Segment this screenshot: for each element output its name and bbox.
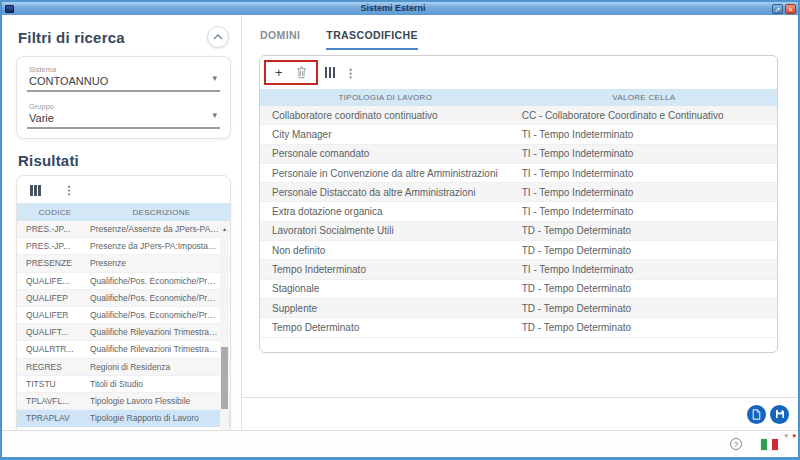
cell-tipologia: Personale Distaccato da altre Amministra… [260,187,511,198]
table-row[interactable]: Extra dotazione organicaTI - Tempo Indet… [260,202,777,221]
close-window-button[interactable]: × [785,4,796,14]
table-row-selected[interactable]: TPRAPLAVTipologie Rapporto di Lavoro [17,410,230,427]
required-asterisk: * [792,432,796,442]
table-row[interactable]: REGRESRegioni di Residenza [17,359,230,376]
cell-codice: QUALIFE... [17,276,85,286]
cell-descrizione: Titoli di Studio [85,379,230,389]
caret-down-icon: ▾ [212,110,217,120]
cell-codice: QUALIFT... [17,327,85,337]
window-footer: ? ▾ * [2,430,798,457]
table-row[interactable]: PRES.-JP...Presenze/Assenze da JPers-PA:… [17,221,230,238]
save-button[interactable] [770,405,789,424]
table-row[interactable]: Personale comandatoTI - Tempo Indetermin… [260,145,777,164]
tab-trascodifiche[interactable]: TRASCODIFICHE [326,29,418,50]
cell-valore: TI - Tempo Indeterminato [511,187,777,198]
main-table-header: TIPOLOGIA DI LAVORO VALORE CELLA [260,89,777,106]
column-header-valore[interactable]: VALORE CELLA [511,93,777,102]
table-row[interactable]: Personale in Convenzione da altre Ammini… [260,164,777,183]
cell-tipologia: Personale comandato [260,148,511,159]
results-table-header: CODICE DESCRIZIONE [17,203,230,221]
cell-valore: TI - Tempo Indeterminato [511,264,777,275]
more-options-icon[interactable]: ⋮ [64,184,75,196]
save-icon [775,409,785,419]
scroll-up-icon[interactable]: ▲ [222,225,227,233]
main-toolbar: + ⋮ [260,56,777,89]
table-row[interactable]: QUALRTR...Qualifiche Rilevazioni Trimest… [17,341,230,358]
filter-card: Sistema CONTOANNUO ▾ Gruppo Varie ▾ [16,56,231,139]
cell-tipologia: Non definito [260,245,511,256]
cell-valore: CC - Collaboratore Coordinato e Continua… [511,110,777,121]
cell-descrizione: Qualifiche Rilevazioni Trimestrali per E… [85,327,230,337]
cell-codice: PRES.-JP... [17,241,85,251]
restore-window-button[interactable]: ↗ [772,4,783,14]
gruppo-select[interactable]: Gruppo Varie ▾ [27,101,220,129]
cell-tipologia: Personale in Convenzione da altre Ammini… [260,168,511,179]
columns-icon[interactable] [30,185,41,196]
table-row[interactable]: Tempo IndeterminatoTI - Tempo Indetermin… [260,260,777,279]
help-icon[interactable]: ? [730,438,742,450]
table-row[interactable]: Personale Distaccato da altre Amministra… [260,183,777,202]
cell-descrizione: Qualifiche Rilevazioni Trimestrali per E… [85,344,230,354]
cell-valore: TD - Tempo Determinato [511,283,777,294]
cell-tipologia: Tempo Determinato [260,322,511,333]
table-row[interactable]: City ManagerTI - Tempo Indeterminato [260,125,777,144]
cell-codice: QUALIFEP [17,293,85,303]
results-scrollbar[interactable]: ▲ ▼ [220,225,229,437]
table-row[interactable]: TITSTUTitoli di Studio [17,376,230,393]
cell-tipologia: Extra dotazione organica [260,206,511,217]
annotation-highlight-box: + [264,60,318,85]
column-header-codice[interactable]: CODICE [17,208,93,217]
cell-descrizione: Qualifiche/Pos. Economiche/Profilo p... [85,293,230,303]
cell-descrizione: Regioni di Residenza [85,362,230,372]
column-header-tipologia[interactable]: TIPOLOGIA DI LAVORO [260,93,511,102]
delete-row-icon[interactable] [296,66,307,79]
table-row[interactable]: QUALIFT...Qualifiche Rilevazioni Trimest… [17,324,230,341]
table-row[interactable]: Lavoratori Socialmente UtiliTD - Tempo D… [260,222,777,241]
language-selector[interactable]: ▾ [761,439,778,450]
cell-descrizione: Presenze/Assenze da JPers-PA: Dovut... [85,224,230,234]
export-document-button[interactable] [747,405,766,424]
gruppo-label: Gruppo [29,102,218,111]
cell-valore: TI - Tempo Indeterminato [511,168,777,179]
collapse-filters-button[interactable] [207,26,229,48]
cell-descrizione: Tipologie Rapporto di Lavoro [85,413,230,423]
table-row[interactable]: QUALIFE...Qualifiche/Pos. Economiche/Pro… [17,273,230,290]
cell-codice: TPLAVFL... [17,396,85,406]
columns-icon[interactable] [325,67,336,78]
chevron-up-icon [213,34,223,40]
scrollbar-thumb[interactable] [221,347,228,410]
cell-tipologia: Stagionale [260,283,511,294]
more-options-icon[interactable]: ⋮ [345,67,356,79]
scrollbar-track[interactable] [220,233,229,429]
table-row[interactable]: Tempo DeterminatoTD - Tempo Determinato [260,318,777,337]
tab-domini[interactable]: DOMINI [260,29,300,50]
titlebar: Sistemi Esterni ↗ × [2,2,798,15]
table-row[interactable]: SupplenteTD - Tempo Determinato [260,299,777,318]
cell-codice: QUALIFER [17,310,85,320]
document-icon [752,409,761,420]
cell-tipologia: City Manager [260,129,511,140]
table-row[interactable]: Non definitoTD - Tempo Determinato [260,241,777,260]
filters-title: Filtri di ricerca [18,29,125,46]
cell-valore: TI - Tempo Indeterminato [511,129,777,140]
main-action-bar [242,397,798,430]
column-header-descrizione[interactable]: DESCRIZIONE [93,208,230,217]
window-title: Sistemi Esterni [14,2,772,15]
cell-codice: PRES.-JP... [17,224,85,234]
cell-valore: TD - Tempo Determinato [511,245,777,256]
table-row[interactable]: Collaboratore coordinato continuativoCC … [260,106,777,125]
table-row[interactable]: StagionaleTD - Tempo Determinato [260,280,777,299]
cell-codice: QUALRTR... [17,344,85,354]
cell-codice: REGRES [17,362,85,372]
italian-flag-icon [761,439,778,450]
cell-codice: TITSTU [17,379,85,389]
caret-down-icon: ▾ [212,73,217,83]
table-row[interactable]: QUALIFEPQualifiche/Pos. Economiche/Profi… [17,290,230,307]
table-row[interactable]: PRESENZEPresenze [17,255,230,272]
table-row[interactable]: QUALIFERQualifiche/Pos. Economiche/Profi… [17,307,230,324]
cell-valore: TI - Tempo Indeterminato [511,148,777,159]
table-row[interactable]: PRES.-JP...Presenze da JPers-PA:Impostaz… [17,238,230,255]
sistema-select[interactable]: Sistema CONTOANNUO ▾ [27,64,220,92]
add-row-button[interactable]: + [275,67,283,79]
table-row[interactable]: TPLAVFL...Tipologie Lavoro Flessibile [17,393,230,410]
